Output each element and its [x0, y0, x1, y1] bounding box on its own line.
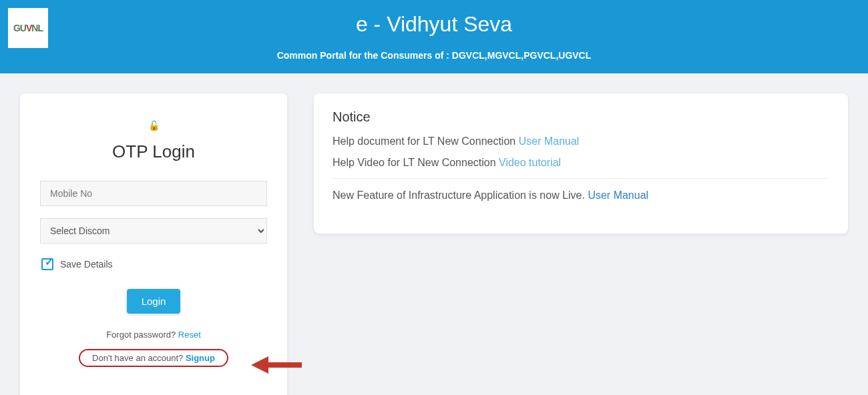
notice-divider — [333, 178, 829, 179]
annotation-arrow-icon — [251, 359, 304, 371]
forgot-row: Forgot password? Reset — [40, 330, 267, 340]
notice-line-3: New Feature of Infrastructure Applicatio… — [333, 189, 829, 202]
login-button[interactable]: Login — [127, 289, 181, 314]
save-details-row[interactable]: Save Details — [40, 258, 267, 270]
notice-line-3-link[interactable]: User Manual — [588, 189, 648, 201]
header: GUVNL e - Vidhyut Seva Common Portal for… — [0, 0, 868, 73]
signup-text: Don't have an account? — [92, 353, 186, 363]
discom-select[interactable]: Select Discom — [40, 218, 267, 244]
logo-text-right: NL — [31, 23, 43, 33]
login-card: 🔓 OTP Login Select Discom Save Details L… — [20, 93, 287, 395]
mobile-input[interactable] — [40, 181, 267, 206]
login-title: OTP Login — [40, 141, 267, 162]
notice-title: Notice — [333, 109, 829, 125]
notice-line-1: Help document for LT New Connection User… — [333, 135, 829, 147]
signup-row: Don't have an account? Signup — [79, 349, 228, 367]
page-subtitle: Common Portal for the Consumers of : DGV… — [0, 50, 868, 61]
notice-card: Notice Help document for LT New Connecti… — [314, 93, 848, 234]
forgot-text: Forgot password? — [106, 330, 178, 340]
content: 🔓 OTP Login Select Discom Save Details L… — [0, 73, 868, 395]
save-details-label: Save Details — [60, 259, 113, 270]
save-checkbox-icon[interactable] — [41, 258, 53, 270]
page-title: e - Vidhyut Seva — [0, 12, 868, 37]
notice-line-3-text: New Feature of Infrastructure Applicatio… — [333, 189, 588, 201]
signup-link[interactable]: Signup — [186, 353, 215, 363]
notice-line-1-text: Help document for LT New Connection — [333, 135, 519, 147]
notice-line-2-link[interactable]: Video tutorial — [499, 157, 561, 168]
logo: GUVNL — [8, 8, 48, 48]
lock-icon: 🔓 — [40, 120, 267, 131]
notice-line-2-text: Help Video for LT New Connection — [333, 157, 499, 168]
notice-line-2: Help Video for LT New Connection Video t… — [333, 157, 829, 169]
logo-text-left: GU — [13, 23, 26, 33]
logo-text-mid: V — [26, 23, 31, 33]
reset-link[interactable]: Reset — [178, 330, 201, 340]
notice-line-1-link[interactable]: User Manual — [519, 135, 580, 147]
